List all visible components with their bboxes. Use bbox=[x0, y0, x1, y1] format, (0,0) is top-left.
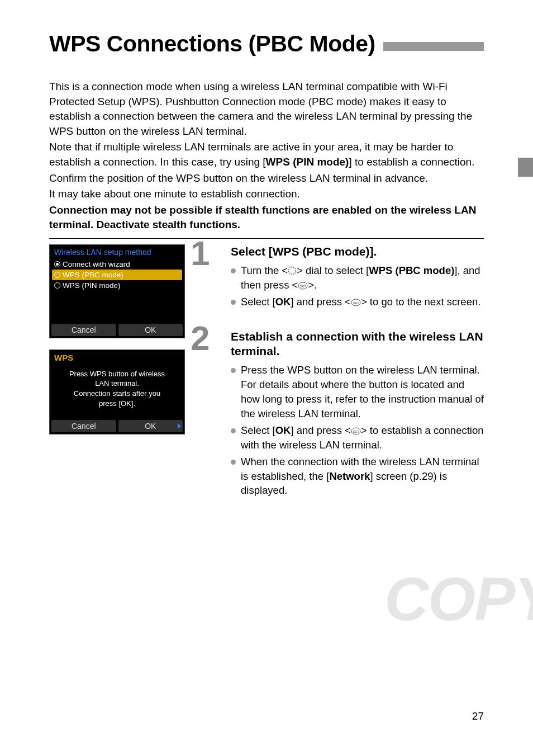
step-2-title: Establish a connection with the wireless… bbox=[231, 329, 484, 359]
set-button-icon: SET bbox=[298, 282, 308, 290]
set-button-icon: SET bbox=[351, 299, 361, 306]
title-bar-decoration bbox=[383, 42, 484, 51]
step-1-title: Select [WPS (PBC mode)]. bbox=[231, 244, 484, 259]
radio-filled-icon bbox=[54, 261, 60, 267]
step-1-bullet-2: Select [OK] and press <SET> to go to the… bbox=[231, 295, 484, 309]
page-number: 27 bbox=[472, 710, 484, 722]
ss1-options: Connect with wizard WPS (PBC mode) WPS (… bbox=[50, 259, 184, 293]
intro-p2: Note that if multiple wireless LAN termi… bbox=[49, 140, 484, 169]
ss2-buttons: Cancel OK bbox=[50, 418, 184, 434]
ss2-cancel-button: Cancel bbox=[51, 420, 116, 432]
ss1-title: Wireless LAN setup method bbox=[50, 245, 184, 259]
intro-p3: Confirm the position of the WPS button o… bbox=[49, 171, 484, 186]
svg-text:SET: SET bbox=[353, 301, 359, 304]
set-button-icon: SET bbox=[351, 427, 361, 435]
ss1-cancel-button: Cancel bbox=[51, 324, 116, 336]
radio-empty-icon bbox=[54, 282, 60, 289]
step-1-bullet-1: Turn the <> dial to select [WPS (PBC mod… bbox=[231, 263, 484, 292]
ss1-spacer bbox=[50, 293, 184, 322]
svg-text:SET: SET bbox=[299, 285, 306, 288]
ss2-body: Press WPS button of wireless LAN termina… bbox=[50, 369, 184, 418]
intro-text: This is a connection mode when using a w… bbox=[49, 79, 484, 233]
step-1: 1 Select [WPS (PBC mode)]. Turn the <> d… bbox=[197, 244, 484, 309]
screenshot-setup-method: Wireless LAN setup method Connect with w… bbox=[49, 244, 185, 338]
section-tab bbox=[518, 158, 533, 177]
step-2: 2 Establish a connection with the wirele… bbox=[197, 329, 484, 498]
intro-p1: This is a connection mode when using a w… bbox=[49, 79, 484, 139]
steps-area: Wireless LAN setup method Connect with w… bbox=[49, 244, 484, 518]
ss1-opt-pbc: WPS (PBC mode) bbox=[52, 270, 182, 280]
step-2-bullet-2: Select [OK] and press <SET> to establish… bbox=[231, 423, 484, 452]
title-row: WPS Connections (PBC Mode) bbox=[49, 31, 484, 57]
ss1-ok-button: OK bbox=[118, 324, 183, 336]
screenshot-wps: WPS Press WPS button of wireless LAN ter… bbox=[49, 349, 185, 434]
screenshots-column: Wireless LAN setup method Connect with w… bbox=[49, 244, 186, 518]
step-2-number: 2 bbox=[191, 318, 210, 358]
ss2-title: WPS bbox=[50, 350, 184, 369]
page-title: WPS Connections (PBC Mode) bbox=[49, 31, 375, 57]
intro-p4: It may take about one minute to establis… bbox=[49, 187, 484, 202]
triangle-right-icon bbox=[178, 423, 181, 429]
page-content: WPS Connections (PBC Mode) This is a con… bbox=[0, 0, 533, 518]
dial-icon bbox=[288, 266, 297, 275]
step-2-bullet-1: Press the WPS button on the wireless LAN… bbox=[231, 363, 484, 421]
ss1-opt-wizard: Connect with wizard bbox=[52, 259, 182, 270]
step-1-number: 1 bbox=[191, 233, 210, 273]
instructions-column: COPY 1 Select [WPS (PBC mode)]. Turn the… bbox=[197, 244, 484, 518]
svg-text:SET: SET bbox=[353, 429, 359, 433]
svg-point-0 bbox=[289, 267, 296, 275]
radio-empty-icon bbox=[54, 272, 60, 278]
ss1-buttons: Cancel OK bbox=[50, 322, 184, 338]
ss2-ok-button: OK bbox=[118, 420, 183, 432]
ss1-opt-pin: WPS (PIN mode) bbox=[52, 280, 182, 291]
intro-p5: Connection may not be possible if stealt… bbox=[49, 203, 484, 233]
copy-watermark: COPY bbox=[384, 563, 533, 634]
step-2-bullet-3: When the connection with the wireless LA… bbox=[231, 455, 484, 498]
divider bbox=[49, 238, 484, 239]
